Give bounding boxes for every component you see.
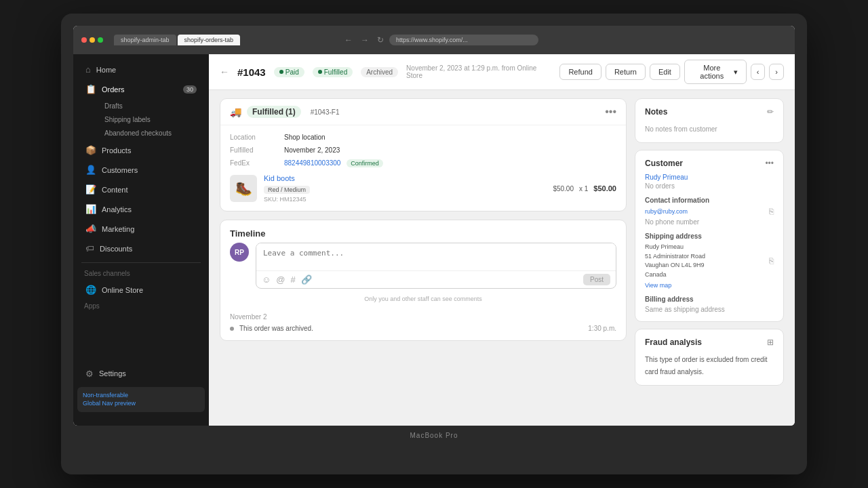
minimize-dot[interactable] <box>90 37 95 43</box>
sidebar-promo[interactable]: Non-transferable Global Nav preview <box>77 387 205 412</box>
browser-chrome: shopify-admin-tab shopify-orders-tab ← →… <box>73 26 795 54</box>
close-dot[interactable] <box>81 37 87 43</box>
timeline-event-text: This order was archived. <box>239 325 583 332</box>
content-left: 🚚 Fulfilled (1) #1043-F1 ••• Loc <box>220 98 627 418</box>
customer-menu-icon[interactable]: ••• <box>765 159 774 168</box>
sidebar-item-abandoned[interactable]: Abandoned checkouts <box>96 127 205 140</box>
top-bar-actions: Refund Return Edit More actions ▾ ‹ › <box>559 60 784 84</box>
customer-name[interactable]: Rudy Primeau <box>645 174 774 181</box>
next-order-button[interactable]: › <box>769 64 784 80</box>
sidebar-item-discounts[interactable]: 🏷 Discounts <box>77 239 205 258</box>
post-button[interactable]: Post <box>583 274 610 285</box>
customers-icon: 👤 <box>85 165 96 175</box>
sidebar-bottom: ⚙ Settings Non-transferable Global Nav p… <box>73 360 209 420</box>
tracking-link[interactable]: 882449810003300 <box>284 159 340 167</box>
fulfilled-label: Fulfilled <box>230 146 277 154</box>
fulfilled-dot <box>318 70 322 74</box>
sidebar-item-orders[interactable]: 📋 Orders 30 <box>77 80 205 98</box>
forward-button[interactable]: → <box>358 34 372 46</box>
refresh-button[interactable]: ↻ <box>374 34 387 46</box>
fulfilled-status: Fulfilled (1) <box>247 106 301 118</box>
product-sku: SKU: HM12345 <box>264 196 546 203</box>
customer-phone: No phone number <box>645 218 774 226</box>
home-icon: ⌂ <box>85 64 91 75</box>
billing-same: Same as shipping address <box>645 306 774 313</box>
browser-nav: ← → ↻ https://www.shopify.com/... <box>342 34 787 46</box>
notes-card-header: Notes ✏ <box>645 107 774 117</box>
edit-button[interactable]: Edit <box>650 64 680 80</box>
timeline-event-time: 1:30 p.m. <box>588 325 616 332</box>
sidebar-item-drafts[interactable]: Drafts <box>96 100 205 113</box>
fulfillment-id: #1043-F1 <box>311 108 340 116</box>
shipping-address-row: Rudy Primeau 51 Administrator Road Vaugh… <box>645 243 774 279</box>
product-name[interactable]: Kid boots <box>264 174 546 182</box>
carrier-label: FedEx <box>230 159 277 167</box>
billing-address-title: Billing address <box>645 296 774 303</box>
view-map-link[interactable]: View map <box>645 282 774 289</box>
content-area: 🚚 Fulfilled (1) #1043-F1 ••• Loc <box>209 90 795 426</box>
product-variant: Red / Medium <box>264 186 310 194</box>
fulfillment-menu-button[interactable]: ••• <box>605 106 616 118</box>
customer-email[interactable]: ruby@ruby.com <box>645 208 688 215</box>
contact-info-title: Contact information <box>645 197 774 204</box>
sidebar-item-marketing[interactable]: 📣 Marketing <box>77 220 205 238</box>
products-icon: 📦 <box>85 145 96 155</box>
return-button[interactable]: Return <box>606 64 646 80</box>
timeline-title: Timeline <box>220 220 626 243</box>
sidebar-sub-orders: Drafts Shipping labels Abandoned checkou… <box>73 99 209 140</box>
contact-email-row: ruby@ruby.com ⎘ <box>645 207 774 216</box>
browser-tab-1[interactable]: shopify-admin-tab <box>114 35 176 45</box>
emoji-icon[interactable]: ☺ <box>262 274 271 285</box>
top-bar: ← #1043 Paid Fulfilled Archived November… <box>209 54 795 90</box>
customer-orders: No orders <box>645 182 774 190</box>
back-button[interactable]: ← <box>342 34 355 46</box>
more-actions-button[interactable]: More actions ▾ <box>684 60 747 84</box>
customer-card: Customer ••• Rudy Primeau No orders Cont… <box>635 150 784 322</box>
sidebar-item-customers[interactable]: 👤 Customers <box>77 161 205 179</box>
browser-tab-2[interactable]: shopify-orders-tab <box>178 35 241 45</box>
order-subtitle: November 2, 2023 at 1:29 p.m. from Onlin… <box>406 64 551 79</box>
sidebar-item-online-store[interactable]: 🌐 Online Store <box>77 281 205 299</box>
fraud-title: Fraud analysis <box>645 338 702 347</box>
back-arrow-icon[interactable]: ← <box>220 66 229 77</box>
fulfilled-date-row: Fulfilled November 2, 2023 <box>230 146 616 154</box>
comment-input-wrap: ☺ @ # 🔗 Post <box>256 243 616 289</box>
notes-card: Notes ✏ No notes from customer <box>635 98 784 143</box>
fulfillment-card-body: Location Shop location Fulfilled Novembe… <box>220 125 626 211</box>
attachment-icon[interactable]: 🔗 <box>301 274 312 285</box>
refund-button[interactable]: Refund <box>559 64 601 80</box>
product-image: 🥾 <box>230 175 257 202</box>
comment-input[interactable] <box>256 243 616 268</box>
carrier-row: FedEx 882449810003300 Confirmed <box>230 159 616 167</box>
copy-email-icon[interactable]: ⎘ <box>769 207 774 216</box>
sidebar-item-content[interactable]: 📝 Content <box>77 180 205 199</box>
mention-icon[interactable]: @ <box>276 274 285 285</box>
address-bar[interactable]: https://www.shopify.com/... <box>389 35 538 45</box>
sidebar-item-settings[interactable]: ⚙ Settings <box>77 365 205 383</box>
order-number: #1043 <box>237 66 266 78</box>
sidebar-item-analytics[interactable]: 📊 Analytics <box>77 200 205 218</box>
truck-icon: 🚚 <box>230 106 241 117</box>
marketing-icon: 📣 <box>85 224 96 234</box>
fraud-card: Fraud analysis ⊞ This type of order is e… <box>635 329 784 386</box>
fraud-info-icon[interactable]: ⊞ <box>767 338 774 347</box>
sales-channels-label: Sales channels <box>73 267 209 280</box>
sidebar-item-shipping-labels[interactable]: Shipping labels <box>96 113 205 126</box>
analytics-icon: 📊 <box>85 204 96 214</box>
sidebar-item-home[interactable]: ⌂ Home <box>77 60 205 79</box>
copy-address-icon[interactable]: ⎘ <box>769 256 774 266</box>
location-label: Location <box>230 134 277 141</box>
notes-edit-icon[interactable]: ✏ <box>767 107 774 117</box>
prev-order-button[interactable]: ‹ <box>751 64 766 80</box>
content-icon: 📝 <box>85 184 96 195</box>
fulfilled-date: November 2, 2023 <box>284 146 340 154</box>
notes-content: No notes from customer <box>645 125 717 133</box>
hashtag-icon[interactable]: # <box>290 274 295 285</box>
settings-icon: ⚙ <box>85 369 94 379</box>
sidebar-item-products[interactable]: 📦 Products <box>77 141 205 159</box>
browser-tabs: shopify-admin-tab shopify-orders-tab <box>114 35 336 45</box>
maximize-dot[interactable] <box>98 37 103 43</box>
archived-badge: Archived <box>361 67 398 77</box>
timeline-events: November 2 This order was archived. 1:30… <box>220 308 626 340</box>
laptop-brand: MacBook Pro <box>73 426 795 445</box>
